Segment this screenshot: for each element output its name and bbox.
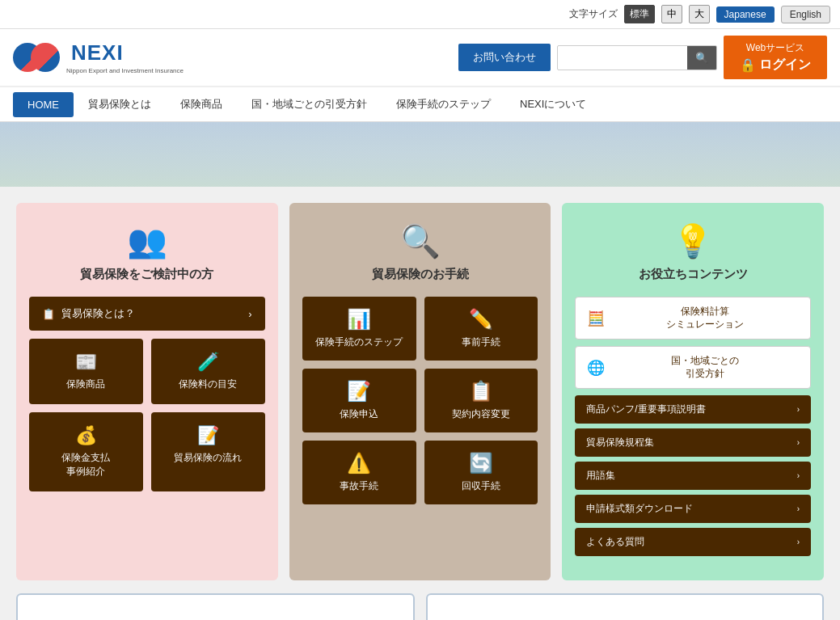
card-right-title-area: 💡 お役立ちコンテンツ bbox=[575, 222, 811, 282]
document-icon: 📋 bbox=[42, 308, 55, 320]
card-left-title-area: 👥 貿易保険をご検討中の方 bbox=[29, 222, 265, 282]
nav-item-about-trade[interactable]: 貿易保険とは bbox=[74, 87, 166, 121]
accident-icon: ⚠️ bbox=[347, 452, 371, 474]
card-right-icon: 💡 bbox=[575, 222, 811, 260]
lang-english-btn[interactable]: English bbox=[781, 6, 830, 23]
font-large-btn[interactable]: 大 bbox=[689, 5, 710, 23]
calculator-icon: 🧮 bbox=[587, 310, 605, 327]
top-bar: 文字サイズ 標準 中 大 Japanese English bbox=[0, 0, 840, 29]
steps-icon: 📊 bbox=[347, 308, 371, 331]
card-center-title-area: 🔍 貿易保険のお手続 bbox=[302, 222, 538, 282]
header-actions: お問い合わせ 🔍 Webサービス 🔒 ログイン bbox=[458, 36, 827, 79]
search-input[interactable] bbox=[558, 47, 687, 69]
flow-icon: 📝 bbox=[197, 425, 219, 446]
arrow-icon: › bbox=[797, 405, 800, 414]
logo-subtext: Nippon Export and Investment Insurance bbox=[66, 67, 184, 74]
font-size-label: 文字サイズ bbox=[569, 7, 618, 21]
web-service-label: Webサービス bbox=[746, 41, 804, 55]
apply-icon: 📝 bbox=[347, 380, 371, 403]
change-icon: 📋 bbox=[469, 380, 493, 403]
font-medium-btn[interactable]: 中 bbox=[661, 5, 682, 23]
card-procedures: 🔍 貿易保険のお手続 📊 保険手続のステップ ✏️ 事前手続 📝 保険申込 📋 … bbox=[289, 203, 551, 580]
bottom-card-left bbox=[16, 593, 415, 620]
nav-item-region-policy[interactable]: 国・地域ごとの引受方針 bbox=[237, 87, 382, 121]
login-btn[interactable]: Webサービス 🔒 ログイン bbox=[724, 36, 827, 79]
card-center-icon: 🔍 bbox=[302, 222, 538, 260]
btn-accident-procedure[interactable]: ⚠️ 事故手続 bbox=[302, 441, 416, 504]
nav-item-steps[interactable]: 保険手続のステップ bbox=[382, 87, 505, 121]
card-considering: 👥 貿易保険をご検討中の方 📋 貿易保険とは？ › 📰 保険商品 🧪 保険料の目… bbox=[16, 203, 278, 580]
taupe-grid: 📊 保険手続のステップ ✏️ 事前手続 📝 保険申込 📋 契約内容変更 ⚠️ 事… bbox=[302, 297, 538, 504]
btn-recovery-procedure[interactable]: 🔄 回収手続 bbox=[424, 441, 538, 504]
btn-trade-flow[interactable]: 📝 貿易保険の流れ bbox=[151, 412, 265, 491]
card-useful-content: 💡 お役立ちコンテンツ 🧮 保険料計算 シミュレーション 🌐 国・地域ごとの 引… bbox=[562, 203, 824, 580]
claim-icon: 💰 bbox=[75, 425, 97, 446]
bottom-section bbox=[0, 580, 840, 620]
btn-pre-procedure[interactable]: ✏️ 事前手続 bbox=[424, 297, 538, 361]
arrow-icon: › bbox=[797, 504, 800, 513]
nav-item-home[interactable]: HOME bbox=[13, 92, 74, 117]
card-right-title: お役立ちコンテンツ bbox=[575, 267, 811, 282]
card-left-title: 貿易保険をご検討中の方 bbox=[29, 267, 265, 282]
card-center-title: 貿易保険のお手続 bbox=[302, 267, 538, 282]
card-left-icon: 👥 bbox=[29, 222, 265, 260]
calculator-label: 保険料計算 シミュレーション bbox=[611, 306, 799, 331]
btn-procedure-steps[interactable]: 📊 保険手続のステップ bbox=[302, 297, 416, 361]
logo-area: NEXI Nippon Export and Investment Insura… bbox=[13, 40, 449, 74]
globe-icon: 🌐 bbox=[587, 359, 605, 377]
arrow-icon: › bbox=[797, 471, 800, 480]
btn-glossary[interactable]: 用語集 › bbox=[575, 462, 811, 490]
btn-claim-case[interactable]: 💰 保険金支払 事例紹介 bbox=[29, 412, 143, 491]
region-label: 国・地域ごとの 引受方針 bbox=[611, 355, 799, 380]
btn-what-is-trade-insurance[interactable]: 📋 貿易保険とは？ › bbox=[29, 297, 265, 331]
bottom-card-right bbox=[426, 593, 825, 620]
lock-icon: 🔒 bbox=[740, 57, 756, 73]
arrow-icon: › bbox=[797, 438, 800, 447]
btn-premium-estimate[interactable]: 🧪 保険料の目安 bbox=[151, 339, 265, 404]
products-icon: 📰 bbox=[75, 352, 97, 373]
btn-insurance-products[interactable]: 📰 保険商品 bbox=[29, 339, 143, 404]
recovery-icon: 🔄 bbox=[469, 452, 493, 474]
header: NEXI Nippon Export and Investment Insura… bbox=[0, 29, 840, 87]
btn-region-policy[interactable]: 🌐 国・地域ごとの 引受方針 bbox=[575, 346, 811, 389]
btn-premium-calculator[interactable]: 🧮 保険料計算 シミュレーション bbox=[575, 297, 811, 340]
hero-bg bbox=[0, 122, 840, 187]
arrow-icon: › bbox=[797, 538, 800, 546]
nav-item-products[interactable]: 保険商品 bbox=[166, 87, 237, 121]
btn-regulations[interactable]: 貿易保険規程集 › bbox=[575, 428, 811, 457]
pre-icon: ✏️ bbox=[469, 308, 493, 331]
btn-contract-change[interactable]: 📋 契約内容変更 bbox=[424, 369, 538, 432]
pink-grid: 📰 保険商品 🧪 保険料の目安 💰 保険金支払 事例紹介 📝 貿易保険の流れ bbox=[29, 339, 265, 491]
nav-item-about-nexi[interactable]: NEXIについて bbox=[505, 87, 601, 121]
logo-text: NEXI bbox=[71, 40, 124, 65]
btn-faq[interactable]: よくある質問 › bbox=[575, 528, 811, 556]
login-text: 🔒 ログイン bbox=[740, 57, 811, 74]
btn-pamphlet[interactable]: 商品パンフ/重要事項説明書 › bbox=[575, 395, 811, 424]
search-btn[interactable]: 🔍 bbox=[687, 46, 716, 70]
btn-insurance-apply[interactable]: 📝 保険申込 bbox=[302, 369, 416, 432]
btn-forms-download[interactable]: 申請様式類ダウンロード › bbox=[575, 495, 811, 523]
lang-japanese-btn[interactable]: Japanese bbox=[716, 6, 775, 23]
search-area: 🔍 bbox=[557, 45, 717, 70]
inquiry-btn[interactable]: お問い合わせ bbox=[458, 44, 551, 71]
font-standard-btn[interactable]: 標準 bbox=[624, 5, 655, 23]
estimate-icon: 🧪 bbox=[197, 352, 219, 373]
logo-circle-right bbox=[31, 43, 60, 72]
main-content: 👥 貿易保険をご検討中の方 📋 貿易保険とは？ › 📰 保険商品 🧪 保険料の目… bbox=[0, 187, 840, 580]
nav: HOME 貿易保険とは 保険商品 国・地域ごとの引受方針 保険手続のステップ N… bbox=[0, 87, 840, 122]
btn-inner: 📋 貿易保険とは？ bbox=[42, 306, 135, 321]
